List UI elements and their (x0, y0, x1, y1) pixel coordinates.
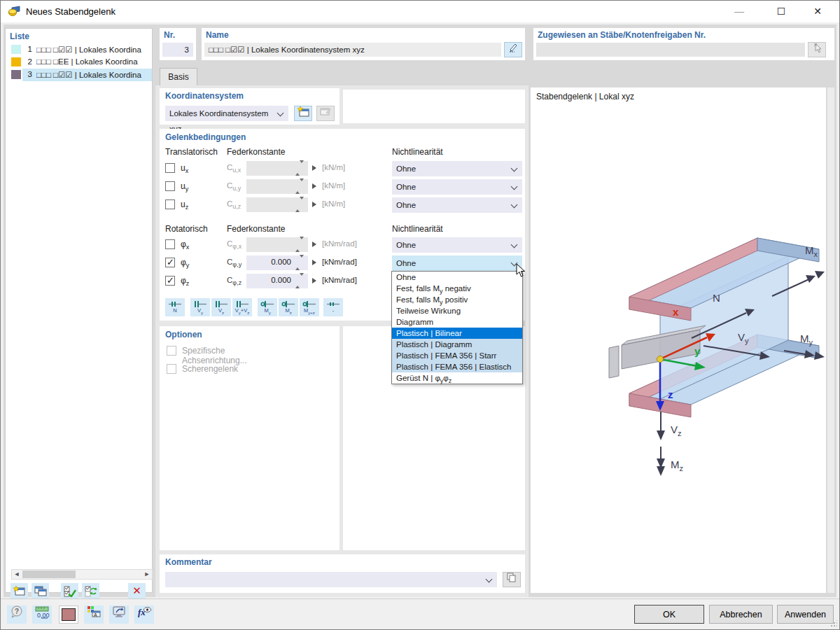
comment-combobox[interactable] (165, 572, 497, 587)
axis-y-label: y (694, 345, 700, 357)
scroll-thumb[interactable] (22, 570, 76, 578)
resize-grip[interactable] (830, 620, 837, 627)
copy-comment-button[interactable] (503, 572, 521, 587)
quick-hinge-my-button[interactable]: My (258, 298, 277, 316)
cphiy-input[interactable]: 0.000 (246, 255, 308, 270)
dropdown-option[interactable]: Fest, falls My positiv (392, 294, 522, 305)
quick-hinge-vyvz-button[interactable]: Vy+Vz (232, 298, 252, 316)
list-panel: Liste 1 □□□ □☑☑ | Lokales Koordina 2 □□□… (5, 28, 153, 593)
dropdown-option[interactable]: Teilweise Wirkung (392, 305, 522, 316)
scissor-hinge-checkbox (167, 364, 176, 374)
quick-hinge-none-button[interactable]: - (323, 298, 343, 316)
select-all-button[interactable] (61, 583, 78, 598)
cancel-button[interactable]: Abbrechen (709, 605, 773, 624)
units-decimal-button[interactable]: 0,00 (32, 606, 52, 624)
rename-button[interactable] (504, 42, 522, 57)
list-item[interactable]: 1 □□□ □☑☑ | Lokales Koordina (7, 43, 150, 56)
uz-unit: [kN/m] (322, 200, 345, 208)
detail-arrow-icon[interactable] (312, 260, 316, 265)
quick-hinge-n-button[interactable]: N (165, 298, 185, 316)
cphiz-input[interactable]: 0.000 (246, 274, 308, 288)
quick-hinge-mz-button[interactable]: Mz (279, 298, 298, 316)
cuz-input (246, 197, 308, 212)
copy-item-button[interactable] (31, 583, 49, 598)
invert-selection-button[interactable] (82, 583, 99, 598)
cphiz-label: Cφ,z (227, 276, 241, 286)
apply-view-button[interactable] (109, 606, 129, 624)
coordsys-select[interactable]: Lokales Koordinatensystem xyz (165, 106, 288, 121)
condition-row-ux: ux Cu,x [kN/m] Ohne (165, 161, 524, 176)
help-button[interactable]: ? (7, 606, 27, 624)
svg-text:A: A (94, 612, 97, 617)
tab-basis[interactable]: Basis (160, 68, 197, 85)
phiy-unit: [kNm/rad] (322, 258, 357, 266)
coordsys-header: Koordinatensystem (165, 91, 244, 101)
scissor-hinge-label: Scherengelenk (182, 364, 238, 374)
edit-coordsys-button (316, 106, 335, 121)
empty-panel-top (343, 90, 525, 123)
phix-checkbox[interactable] (165, 239, 175, 249)
formula-button[interactable]: fx (134, 606, 154, 624)
new-coordsys-button[interactable] (294, 106, 312, 121)
phiy-nonlinearity-select-open[interactable]: Ohne (392, 255, 522, 271)
monitor-icon (112, 606, 126, 618)
list-horizontal-scrollbar[interactable]: ◄ ► (11, 569, 153, 580)
pick-objects-button (808, 42, 826, 57)
name-label: Name (206, 30, 229, 40)
uy-checkbox[interactable] (165, 181, 175, 191)
dropdown-option[interactable]: Diagramm (392, 316, 522, 328)
ux-nonlinearity-select[interactable]: Ohne (392, 161, 522, 176)
uz-nonlinearity-select[interactable]: Ohne (392, 197, 522, 213)
specific-axis-label: Spezifische Achsenrichtung... (182, 346, 247, 365)
dropdown-option[interactable]: Gerüst N | φyφz (392, 372, 522, 384)
new-item-button[interactable] (10, 583, 28, 598)
maximize-button[interactable]: ☐ (765, 1, 797, 22)
display-properties-button[interactable]: A (84, 606, 104, 624)
quick-button-label: My (258, 308, 277, 316)
chevron-down-icon (277, 110, 284, 117)
quick-hinge-myz-button[interactable]: My+z (300, 298, 319, 316)
uy-unit: [kN/m] (322, 181, 345, 190)
scroll-left-arrow[interactable]: ◄ (12, 570, 22, 578)
title-bar[interactable]: Neues Stabendgelenk — ☐ ✕ (1, 1, 839, 22)
dropdown-option-selected[interactable]: Plastisch | Bilinear (392, 328, 522, 339)
nr-field[interactable]: 3 (162, 43, 193, 57)
color-swatch-button[interactable] (59, 606, 78, 624)
column-spring-constant-2: Federkonstante (227, 224, 285, 234)
ux-checkbox[interactable] (165, 163, 175, 173)
chevron-down-icon (486, 576, 493, 583)
assigned-panel: Zugewiesen an Stäbe/Knotenfreigaben Nr. (533, 28, 834, 60)
close-button[interactable]: ✕ (802, 1, 834, 22)
quick-button-label: Mz (279, 308, 298, 316)
dropdown-option[interactable]: Fest, falls My negativ (392, 283, 522, 294)
apply-button[interactable]: Anwenden (777, 605, 834, 624)
pick-cursor-icon (813, 43, 822, 53)
dropdown-option[interactable]: Plastisch | Diagramm (392, 339, 522, 350)
list-item-label: □□□ □EE | Lokales Koordina (36, 57, 154, 66)
uy-nonlinearity-select[interactable]: Ohne (392, 179, 522, 195)
dropdown-option[interactable]: Plastisch | FEMA 356 | Starr (392, 350, 522, 361)
phiy-nonlinearity-value: Ohne (396, 259, 416, 267)
cphix-label: Cφ,x (227, 239, 241, 250)
quick-hinge-vz-button[interactable]: Vz (211, 298, 231, 316)
list-item-number: 1 (24, 45, 32, 53)
list-item[interactable]: 2 □□□ □EE | Lokales Koordina (7, 56, 150, 69)
dialog-neues-stabendgelenk: Neues Stabendgelenk — ☐ ✕ Liste 1 □□□ □☑… (0, 0, 840, 630)
scroll-right-arrow[interactable]: ► (142, 570, 152, 578)
phix-nonlinearity-select[interactable]: Ohne (392, 237, 522, 253)
phiz-checkbox[interactable] (165, 276, 175, 286)
minimize-button[interactable]: — (723, 1, 755, 22)
app-icon (8, 5, 22, 19)
quick-hinge-vy-button[interactable]: Vy (190, 298, 210, 316)
preview-scroll-strip[interactable] (827, 88, 834, 593)
list-item-selected[interactable]: 3 □□□ □☑☑ | Lokales Koordina (7, 69, 150, 81)
phiy-checkbox[interactable] (165, 258, 175, 267)
delete-item-button[interactable]: ✕ (128, 583, 146, 598)
detail-arrow-icon[interactable] (312, 278, 316, 284)
dropdown-option[interactable]: Ohne (392, 272, 522, 283)
uz-checkbox[interactable] (165, 200, 175, 209)
quick-button-label: Vy+Vz (232, 308, 252, 316)
ok-button[interactable]: OK (634, 605, 704, 624)
name-field[interactable]: □□□ □☑☑ | Lokales Koordinatensystem xyz (204, 43, 501, 57)
dropdown-option[interactable]: Plastisch | FEMA 356 | Elastisch (392, 361, 522, 372)
